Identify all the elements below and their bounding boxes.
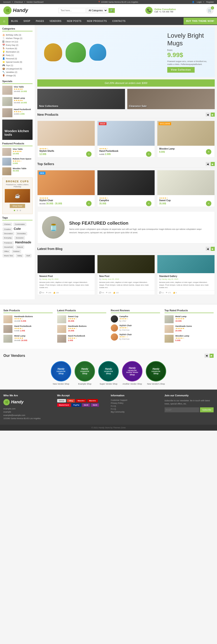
product-info: Wooden Lamp 9.00$ +: [157, 146, 214, 155]
vendor-item[interactable]: Handy VENDOR Shop Example Shop: [75, 361, 95, 385]
prev-arrow[interactable]: ◀: [206, 247, 210, 251]
search-button[interactable]: 🔍: [109, 8, 115, 13]
checkout-link[interactable]: Checkout: [14, 1, 23, 3]
shop-featured-text: Shop FEATURED collection Nemo enim ipsam…: [69, 220, 210, 234]
product-name: Sweet Cup: [159, 199, 213, 202]
collection-image-2[interactable]: Clearance Sale: [127, 89, 215, 109]
tag-cute[interactable]: Cute: [14, 227, 21, 230]
product-price: 12.00$: [39, 153, 93, 156]
nav-vendors[interactable]: Vendors: [47, 18, 64, 24]
subscribe-button[interactable]: Subscribe: [200, 408, 213, 412]
sale-products-widget: Sale Products Handmade Buttons ★★★★☆ 16.…: [4, 309, 53, 344]
blog-title[interactable]: New Post: [99, 275, 153, 278]
tag[interactable]: Exclusive: [15, 236, 25, 240]
blog-meta: By Handy July 16, 2015: [159, 278, 213, 280]
nav-shop[interactable]: Shop: [21, 18, 33, 24]
vendor-item[interactable]: Handy VENDOR Shop Super Vendor Shop: [98, 361, 119, 385]
copyright: © 2021 Handy Store by Themes Zone: [0, 425, 217, 430]
nav-home[interactable]: ⌂: [0, 17, 8, 25]
add-to-cart-button[interactable]: +: [206, 201, 211, 206]
vendors-title: Our Vendors: [4, 354, 25, 358]
list-item: Sweet Cup ★★★★☆ 35.00$: [57, 315, 106, 323]
email-field[interactable]: [165, 408, 199, 412]
add-to-cart-button[interactable]: +: [206, 149, 211, 154]
nav-pages[interactable]: Pages: [33, 18, 47, 24]
category-select[interactable]: All Categories: [86, 8, 107, 13]
nav-contacts[interactable]: Contacts: [110, 18, 128, 24]
footer-privacy[interactable]: Privacy Policy: [111, 402, 160, 404]
tag[interactable]: Outdoor: [12, 250, 21, 253]
special-product-image: [2, 86, 13, 95]
add-to-cart-button[interactable]: +: [146, 201, 151, 206]
next-arrow[interactable]: ▶: [211, 247, 215, 251]
tag[interactable]: Domestika: [16, 232, 27, 235]
logo[interactable]: 🌿 Handy: [4, 6, 28, 14]
tag[interactable]: Office: [3, 250, 10, 253]
vendor-badge: Handy VENDOR Another Vendor Shop: [122, 361, 142, 382]
prev-arrow[interactable]: ◀: [206, 162, 210, 166]
vendor-dashboard-link[interactable]: Vendor Dashboard: [27, 1, 43, 3]
footer-faq-2[interactable]: F.A.Q.: [111, 408, 160, 410]
tag[interactable]: Chicken: [3, 223, 12, 226]
prev-arrow[interactable]: ◀: [204, 354, 209, 358]
tag[interactable]: Comfortable: [14, 223, 26, 226]
buy-theme-button[interactable]: Buy This Theme Now!: [183, 18, 217, 24]
next-arrow[interactable]: ▶: [211, 112, 215, 116]
collection-image-1[interactable]: New Collections: [37, 89, 125, 109]
vendor-item[interactable]: Handy VENDOR Another Vendor Shop Another…: [122, 361, 142, 385]
next-arrow[interactable]: ▶: [211, 162, 215, 166]
blog-excerpt: Aenean justo enim, dapibus ut nisin eget…: [99, 281, 153, 289]
tag[interactable]: Mueis Tara: [3, 254, 14, 257]
top-sellers-title: Top Sellers: [37, 162, 54, 166]
bronze-cups-ad: BRONZE CUPS Findcilunt eu, mattis a libe…: [2, 178, 33, 214]
hero-cta-button[interactable]: View Collection: [167, 67, 195, 73]
vendor-item[interactable]: Handy VENDOR Shop New Vendor Shop: [51, 361, 71, 385]
tag-handmade[interactable]: Handmade: [15, 240, 31, 244]
shop-now-button[interactable]: Shop Now!: [10, 204, 25, 208]
product-name: Campfire: [99, 199, 153, 202]
footer-faq-1[interactable]: F.A.Q.: [111, 405, 160, 407]
footer-community[interactable]: Big Community: [111, 411, 160, 413]
footer-address-1: example.com: [4, 407, 53, 410]
tag[interactable]: Everyday: [3, 236, 13, 240]
dot[interactable]: [17, 210, 18, 211]
payment-cirrus: Cirrus: [57, 399, 66, 402]
nav-new-products[interactable]: New Products: [84, 18, 110, 24]
recent-reviews-title: Recent Reviews: [111, 309, 160, 313]
tag[interactable]: Household: [3, 246, 14, 249]
tag[interactable]: Creative: [3, 228, 12, 231]
product-price: 35.00$: [99, 202, 153, 205]
add-to-cart-button[interactable]: +: [86, 151, 91, 157]
register-link[interactable]: Register: [206, 1, 214, 3]
list-item: Handmade Buttons ★★★★☆ 16.00$ 5.00$: [4, 315, 53, 323]
login-link[interactable]: Login: [197, 1, 202, 3]
latest-products-title: Latest Products: [57, 309, 106, 313]
blog-title[interactable]: Standard Gallery: [159, 275, 213, 278]
footer-widgets: Sale Products Handmade Buttons ★★★★☆ 16.…: [0, 304, 217, 349]
prev-arrow[interactable]: ◀: [206, 112, 210, 116]
account-link[interactable]: Account: [3, 1, 11, 3]
latest-product-image: [57, 335, 66, 343]
list-item: Wooden Table 35.00$: [2, 167, 33, 175]
list-item: Metal Lamp ★★★★★ 20.00$ 18.00$: [4, 335, 53, 343]
tag[interactable]: Staff: [25, 254, 31, 257]
add-to-cart-button[interactable]: +: [86, 201, 91, 206]
nav-blog[interactable]: Blog: [8, 18, 21, 24]
wooden-tools-text: Wooden kitchen tools: [5, 129, 30, 136]
tag[interactable]: Freelance: [3, 241, 14, 244]
blog-image: [38, 255, 95, 273]
add-to-cart-button[interactable]: +: [146, 151, 151, 157]
tag[interactable]: Natural: [16, 246, 24, 249]
tag[interactable]: Valley: [16, 254, 23, 257]
footer-customer-support[interactable]: Customer Support: [111, 399, 160, 401]
cart-area[interactable]: 🛒 0: [206, 7, 213, 14]
search-input[interactable]: [59, 8, 86, 13]
vendor-item[interactable]: Handy VENDOR Shop New Vendor's Shop: [146, 361, 166, 385]
next-arrow[interactable]: ▶: [209, 354, 213, 358]
blog-title[interactable]: Newest Post: [39, 275, 93, 278]
tag[interactable]: Decoration: [3, 232, 14, 235]
dot[interactable]: [20, 210, 21, 211]
footer-logo-icon: 🌿: [4, 399, 10, 405]
nav-new-posts[interactable]: New Posts: [64, 18, 84, 24]
dot-active[interactable]: [14, 210, 15, 211]
